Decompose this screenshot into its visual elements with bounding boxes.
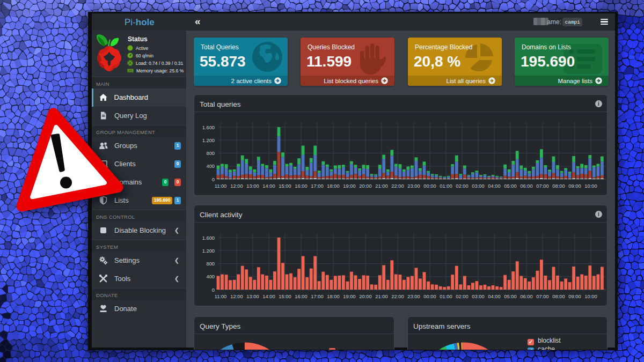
svg-text:0: 0 <box>212 177 215 182</box>
svg-text:1.600: 1.600 <box>202 125 215 130</box>
svg-text:08:00: 08:00 <box>552 294 565 299</box>
svg-text:800: 800 <box>206 261 215 267</box>
svg-text:23:00: 23:00 <box>407 183 420 189</box>
svg-text:01:00: 01:00 <box>440 183 452 189</box>
svg-text:15:00: 15:00 <box>279 183 291 189</box>
svg-text:11:00: 11:00 <box>215 294 227 299</box>
svg-text:22:00: 22:00 <box>391 183 404 189</box>
svg-text:21:00: 21:00 <box>375 183 387 189</box>
svg-text:20:00: 20:00 <box>359 294 371 299</box>
svg-text:800: 800 <box>206 151 215 156</box>
svg-text:05:00: 05:00 <box>504 294 516 299</box>
svg-text:0: 0 <box>212 287 215 293</box>
svg-text:16:00: 16:00 <box>295 294 307 299</box>
svg-text:20:00: 20:00 <box>359 183 371 189</box>
svg-text:07:00: 07:00 <box>536 183 548 189</box>
svg-text:02:00: 02:00 <box>456 294 468 299</box>
svg-text:06:00: 06:00 <box>520 183 532 189</box>
svg-text:07:00: 07:00 <box>536 294 548 299</box>
svg-text:17:00: 17:00 <box>311 294 323 299</box>
svg-text:400: 400 <box>206 274 215 279</box>
svg-text:19:00: 19:00 <box>343 183 355 189</box>
svg-text:00:00: 00:00 <box>423 294 436 299</box>
svg-text:10:00: 10:00 <box>584 294 597 299</box>
svg-text:03:00: 03:00 <box>472 183 484 189</box>
svg-text:00:00: 00:00 <box>423 183 436 189</box>
svg-text:1.200: 1.200 <box>202 138 215 143</box>
svg-text:22:00: 22:00 <box>391 294 404 299</box>
svg-text:03:00: 03:00 <box>472 294 484 299</box>
svg-text:18:00: 18:00 <box>327 183 339 189</box>
svg-text:01:00: 01:00 <box>440 294 452 299</box>
svg-text:18:00: 18:00 <box>327 294 339 299</box>
svg-text:05:00: 05:00 <box>504 183 516 189</box>
svg-text:13:00: 13:00 <box>246 183 259 189</box>
svg-text:12:00: 12:00 <box>230 294 243 299</box>
svg-text:11:00: 11:00 <box>215 183 227 189</box>
svg-text:16:00: 16:00 <box>295 183 307 189</box>
svg-text:08:00: 08:00 <box>552 183 565 189</box>
svg-text:23:00: 23:00 <box>407 294 420 299</box>
svg-text:15:00: 15:00 <box>279 294 291 299</box>
svg-text:12:00: 12:00 <box>230 183 243 189</box>
svg-text:17:00: 17:00 <box>311 183 323 189</box>
svg-text:14:00: 14:00 <box>262 183 275 189</box>
svg-text:04:00: 04:00 <box>488 294 500 299</box>
svg-text:1.200: 1.200 <box>202 248 215 254</box>
svg-text:09:00: 09:00 <box>568 183 581 189</box>
svg-text:04:00: 04:00 <box>488 183 500 189</box>
svg-text:10:00: 10:00 <box>584 183 597 189</box>
svg-text:02:00: 02:00 <box>456 183 468 189</box>
svg-text:1.600: 1.600 <box>202 235 215 241</box>
svg-text:21:00: 21:00 <box>375 294 387 299</box>
svg-text:14:00: 14:00 <box>262 294 275 299</box>
svg-text:400: 400 <box>206 164 215 169</box>
svg-text:09:00: 09:00 <box>568 294 581 299</box>
svg-text:06:00: 06:00 <box>520 294 532 299</box>
svg-text:19:00: 19:00 <box>343 294 355 299</box>
svg-text:13:00: 13:00 <box>246 294 259 299</box>
